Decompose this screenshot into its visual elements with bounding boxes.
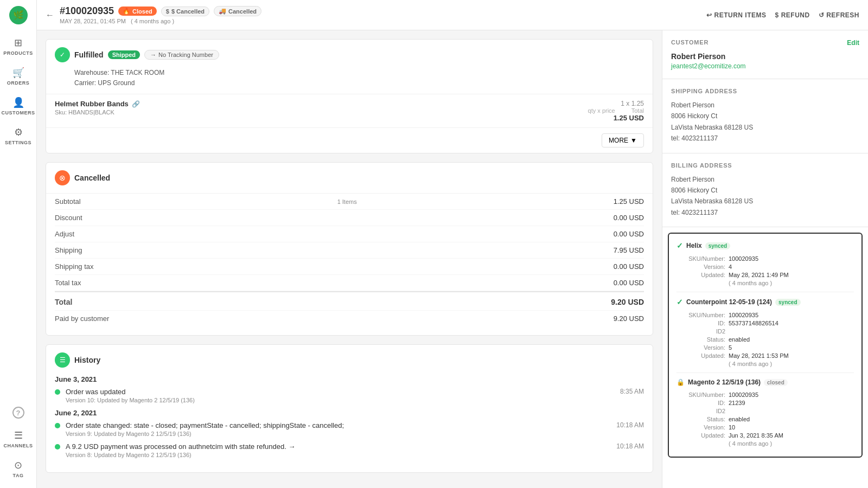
sidebar-item-channels[interactable]: ☰ CHANNELS	[3, 425, 34, 453]
counterpoint-name: Counterpoint 12-05-19 (124)	[686, 298, 772, 306]
magento-header: 🔒 Magento 2 12/5/19 (136) closed	[676, 378, 854, 386]
summary-row-paid: Paid by customer 9.20 USD	[55, 311, 644, 326]
history-icon: ☰	[55, 352, 70, 368]
return-items-button[interactable]: ↩ RETURN ITEMS	[706, 11, 767, 19]
cancelled-icon: ⊗	[55, 170, 70, 185]
more-button[interactable]: MORE ▼	[602, 133, 644, 147]
billing-address-title: BILLING ADDRESS	[671, 162, 859, 169]
link-icon: 🔗	[132, 100, 140, 108]
product-info: Helmet Rubber Bands 🔗 Sku: HBANDS|BLACK	[55, 100, 140, 115]
back-button[interactable]: ←	[46, 10, 54, 20]
tag-icon: ⊙	[14, 459, 22, 471]
history-text-3: A 9.2 USD payment was processed on authn…	[66, 442, 295, 458]
history-text-1: Order was updated Version 10: Updated by…	[66, 388, 195, 403]
chevron-down-icon: ▼	[630, 137, 637, 144]
closed-badge: 🔥 Closed	[118, 7, 157, 16]
refresh-icon: ↺	[819, 11, 825, 19]
return-icon: ↩	[706, 11, 712, 19]
more-btn-row: MORE ▼	[46, 127, 653, 153]
shipping-address-section: SHIPPING ADDRESS Robert Pierson 8006 Hic…	[662, 79, 868, 153]
sidebar-item-tag-label: TAG	[13, 473, 24, 478]
fulfilled-title: Fulfilled	[74, 50, 104, 59]
warehouse-info: Warehouse: THE TACK ROOM Carrier: UPS Gr…	[46, 68, 653, 94]
product-price-info: 1 x 1.25 qty x price Total 1.25 USD	[588, 100, 644, 122]
magento-section: 🔒 Magento 2 12/5/19 (136) closed SKU/Num…	[676, 373, 854, 447]
sidebar-item-products[interactable]: ⊞ PRODUCTS	[3, 33, 34, 60]
customer-name: Robert Pierson	[671, 52, 859, 61]
cancelled-card: ⊗ Cancelled Subtotal 1 Items 1.25 USD Di…	[46, 162, 653, 336]
content-area: ✓ Fulfilled Shipped → No Tracking Number…	[37, 30, 868, 488]
history-dot-3	[55, 444, 60, 450]
history-date-june3: June 3, 2021	[55, 375, 644, 383]
counterpoint-synced-badge: synced	[775, 299, 800, 306]
magento-closed-badge: closed	[764, 379, 788, 386]
summary-row-discount: Discount 0.00 USD	[55, 210, 644, 226]
sync-panel: ✓ Helix synced SKU/Number: 100020935 Ver…	[668, 233, 863, 458]
sidebar-item-tag[interactable]: ⊙ TAG	[3, 455, 34, 483]
product-total: 1.25 USD	[588, 114, 644, 122]
product-sku: Sku: HBANDS|BLACK	[55, 109, 140, 115]
sidebar-item-customers-label: CUSTOMERS	[2, 110, 35, 115]
shipping-address: Robert Pierson 8006 Hickory Ct LaVista N…	[671, 100, 859, 144]
product-row: Helmet Rubber Bands 🔗 Sku: HBANDS|BLACK …	[46, 94, 653, 127]
refresh-button[interactable]: ↺ REFRESH	[819, 11, 859, 19]
tracking-badge[interactable]: → No Tracking Number	[144, 50, 219, 60]
helix-name: Helix	[686, 242, 702, 249]
main-content: ← #100020935 🔥 Closed $ $ Cancelled 🚚 Ca…	[37, 0, 868, 488]
helix-fields: SKU/Number: 100020935 Version: 4 Updated…	[676, 255, 854, 286]
dollar-icon: $	[166, 8, 169, 15]
page-header: ← #100020935 🔥 Closed $ $ Cancelled 🚚 Ca…	[37, 0, 868, 30]
counterpoint-section: ✓ Counterpoint 12-05-19 (124) synced SKU…	[676, 292, 854, 367]
history-card: ☰ History June 3, 2021 Order was updated…	[46, 344, 653, 473]
sidebar-item-help[interactable]: ?	[3, 402, 34, 423]
channels-icon: ☰	[14, 429, 23, 441]
cancelled-title: Cancelled	[74, 174, 110, 182]
orders-icon: 🛒	[12, 67, 24, 79]
refund-icon: $	[775, 11, 778, 19]
order-date: MAY 28, 2021, 01:45 PM ( 4 months ago )	[60, 18, 261, 24]
sidebar-item-orders[interactable]: 🛒 ORDERS	[3, 62, 34, 90]
settings-icon: ⚙	[14, 126, 23, 138]
truck-icon: 🚚	[219, 8, 226, 15]
sidebar: 🌿 ⊞ PRODUCTS 🛒 ORDERS 👤 CUSTOMERS ⚙ SETT…	[0, 0, 37, 488]
history-item-2: Order state changed: state - closed; pay…	[55, 421, 644, 437]
main-panel: ✓ Fulfilled Shipped → No Tracking Number…	[37, 30, 662, 488]
fulfilled-icon: ✓	[55, 47, 70, 62]
counterpoint-header: ✓ Counterpoint 12-05-19 (124) synced	[676, 298, 854, 306]
magento-lock-icon: 🔒	[676, 378, 685, 386]
arrow-right-icon: →	[150, 52, 156, 58]
edit-customer-link[interactable]: Edit	[847, 39, 859, 47]
summary-row-subtotal: Subtotal 1 Items 1.25 USD	[55, 194, 644, 210]
history-header: ☰ History	[46, 345, 653, 375]
magento-name: Magento 2 12/5/19 (136)	[688, 378, 761, 386]
summary-row-shipping: Shipping 7.95 USD	[55, 242, 644, 259]
customers-icon: 👤	[12, 97, 24, 108]
header-actions: ↩ RETURN ITEMS $ REFUND ↺ REFRESH	[706, 11, 859, 19]
customer-section-title: CUSTOMER Edit	[671, 39, 859, 47]
closed-icon: 🔥	[123, 8, 130, 15]
sidebar-item-orders-label: ORDERS	[7, 80, 30, 86]
help-icon: ?	[12, 407, 24, 419]
summary-row-adjust: Adjust 0.00 USD	[55, 226, 644, 242]
products-icon: ⊞	[14, 37, 22, 49]
history-dot-2	[55, 423, 60, 428]
counterpoint-fields: SKU/Number: 100020935 ID: 55373714882651…	[676, 312, 854, 367]
helix-check-icon: ✓	[676, 241, 683, 250]
history-dot-1	[55, 389, 60, 395]
customer-email[interactable]: jeantest2@ecomitize.com	[671, 62, 859, 70]
sidebar-item-settings[interactable]: ⚙ SETTINGS	[3, 122, 34, 150]
right-panel: CUSTOMER Edit Robert Pierson jeantest2@e…	[662, 30, 868, 488]
shipped-badge: Shipped	[108, 50, 140, 59]
billing-address-section: BILLING ADDRESS Robert Pierson 8006 Hick…	[662, 153, 868, 228]
helix-synced-badge: synced	[705, 242, 730, 249]
history-text-2: Order state changed: state - closed; pay…	[66, 421, 344, 437]
refund-button[interactable]: $ REFUND	[775, 11, 809, 19]
product-qty-price: 1 x 1.25	[588, 100, 644, 107]
cancelled-header: ⊗ Cancelled	[46, 163, 653, 193]
summary-row-total-tax: Total tax 0.00 USD	[55, 275, 644, 291]
shipping-address-title: SHIPPING ADDRESS	[671, 88, 859, 94]
history-item-1: Order was updated Version 10: Updated by…	[55, 388, 644, 403]
sidebar-item-customers[interactable]: 👤 CUSTOMERS	[3, 92, 34, 120]
payment-cancelled-badge: $ $ Cancelled	[161, 7, 209, 16]
sidebar-item-channels-label: CHANNELS	[4, 443, 33, 448]
